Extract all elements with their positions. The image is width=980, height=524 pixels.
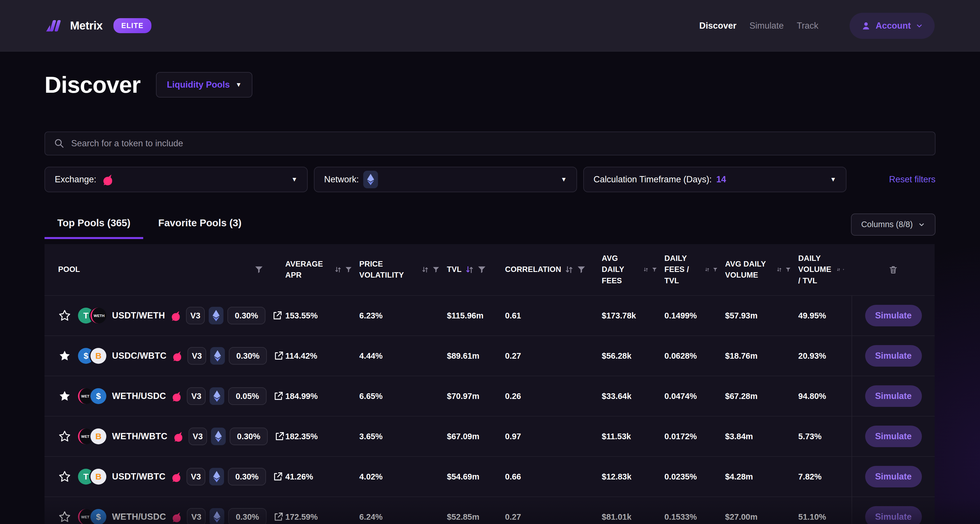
avg-daily-fees-value: $12.83k bbox=[602, 457, 664, 497]
favorite-star-icon[interactable] bbox=[58, 470, 71, 483]
table-row: $ B USDC/WBTC V3 0.30% bbox=[45, 335, 935, 376]
external-link-icon[interactable] bbox=[273, 350, 285, 362]
uniswap-icon bbox=[170, 471, 181, 482]
filter-icon[interactable] bbox=[652, 265, 657, 274]
filter-icon[interactable] bbox=[786, 265, 791, 274]
reset-filters-link[interactable]: Reset filters bbox=[889, 174, 935, 185]
simulate-button[interactable]: Simulate bbox=[865, 425, 922, 447]
filters-row: Exchange: ▼ Network: ▼ Calculation Timef… bbox=[45, 167, 935, 192]
simulate-button[interactable]: Simulate bbox=[865, 385, 922, 407]
price-volatility-value: 6.23% bbox=[359, 296, 447, 335]
average-apr-value: 182.35% bbox=[285, 417, 359, 456]
account-label: Account bbox=[876, 21, 911, 31]
fee-tier-badge: 0.05% bbox=[228, 387, 266, 405]
filter-icon[interactable] bbox=[713, 265, 718, 274]
filter-icon[interactable] bbox=[477, 265, 486, 274]
avg-daily-volume-value: $57.93m bbox=[725, 296, 798, 335]
avg-daily-volume-value: $18.76m bbox=[725, 336, 798, 376]
tab-favorite-pools[interactable]: Favorite Pools (3) bbox=[145, 210, 255, 239]
filter-icon[interactable] bbox=[345, 265, 352, 274]
pool-cell: WETH $ WETH/USDC V3 0.05% bbox=[45, 376, 285, 416]
daily-fees-tvl-value: 0.0235% bbox=[664, 457, 725, 497]
simulate-button[interactable]: Simulate bbox=[865, 466, 922, 487]
external-link-icon[interactable] bbox=[273, 511, 284, 522]
simulate-button[interactable]: Simulate bbox=[865, 305, 922, 327]
nav-discover[interactable]: Discover bbox=[699, 21, 737, 31]
avg-daily-fees-value: $33.64k bbox=[602, 376, 664, 416]
main-content: Discover Liquidity Pools ▼ Exchange: ▼ N… bbox=[0, 72, 980, 524]
timeframe-select[interactable]: Calculation Timeframe (Days): 14 ▼ bbox=[583, 167, 846, 192]
sort-icon[interactable] bbox=[837, 265, 840, 274]
filter-icon[interactable] bbox=[255, 265, 263, 274]
correlation-value: 0.66 bbox=[505, 457, 602, 497]
table-row: T WETH USDT/WETH V3 0.30% bbox=[45, 295, 935, 335]
uniswap-icon bbox=[172, 431, 183, 442]
exchange-select[interactable]: Exchange: ▼ bbox=[45, 167, 308, 192]
network-select[interactable]: Network: ▼ bbox=[314, 167, 577, 192]
action-cell: Simulate bbox=[851, 336, 935, 376]
trash-icon[interactable] bbox=[888, 265, 898, 274]
tvl-value: $70.97m bbox=[447, 376, 505, 416]
tvl-value: $89.61m bbox=[447, 336, 505, 376]
external-link-icon[interactable] bbox=[272, 471, 283, 482]
header-avg-daily-fees: AVG DAILY FEES bbox=[602, 244, 664, 295]
favorite-star-icon[interactable] bbox=[58, 309, 71, 322]
view-selector-dropdown[interactable]: Liquidity Pools ▼ bbox=[156, 72, 252, 97]
sort-icon[interactable] bbox=[776, 265, 782, 274]
sort-icon[interactable] bbox=[334, 265, 342, 274]
search-input[interactable] bbox=[71, 139, 926, 148]
ethereum-icon bbox=[210, 387, 224, 405]
daily-volume-tvl-value: 5.73% bbox=[798, 417, 851, 456]
ethereum-icon bbox=[363, 171, 378, 188]
tabs-row: Top Pools (365) Favorite Pools (3) Colum… bbox=[45, 210, 935, 239]
simulate-button[interactable]: Simulate bbox=[865, 506, 922, 524]
avg-daily-fees-value: $81.01k bbox=[602, 497, 664, 524]
nav-track[interactable]: Track bbox=[797, 21, 818, 31]
caret-down-icon: ▼ bbox=[291, 176, 298, 183]
token-pair-icons: $ B bbox=[78, 348, 107, 364]
favorite-star-icon[interactable] bbox=[58, 349, 71, 362]
tvl-value: $67.09m bbox=[447, 417, 505, 456]
account-button[interactable]: Account bbox=[850, 13, 935, 39]
daily-volume-tvl-value: 49.95% bbox=[798, 296, 851, 335]
favorite-star-icon[interactable] bbox=[58, 390, 71, 403]
table-row: WETH B WETH/WBTC V3 0.30% bbox=[45, 416, 935, 456]
token2-icon: WETH bbox=[91, 307, 107, 323]
version-badge: V3 bbox=[189, 428, 207, 445]
external-link-icon[interactable] bbox=[273, 390, 284, 402]
nav-simulate[interactable]: Simulate bbox=[749, 21, 784, 31]
tvl-value: $115.96m bbox=[447, 296, 505, 335]
columns-button[interactable]: Columns (8/8) bbox=[851, 213, 935, 236]
fee-tier-badge: 0.30% bbox=[228, 508, 266, 524]
network-label: Network: bbox=[324, 174, 359, 185]
sort-icon[interactable] bbox=[465, 265, 474, 274]
brand: Metrix ELITE bbox=[45, 18, 151, 33]
favorite-star-icon[interactable] bbox=[58, 510, 71, 524]
filter-icon[interactable] bbox=[433, 265, 439, 274]
external-link-icon[interactable] bbox=[274, 431, 285, 442]
favorite-star-icon[interactable] bbox=[58, 430, 71, 443]
filter-icon[interactable] bbox=[577, 265, 585, 274]
sort-icon[interactable] bbox=[705, 265, 710, 274]
external-link-icon[interactable] bbox=[272, 310, 283, 321]
sort-icon[interactable] bbox=[643, 265, 649, 274]
simulate-button[interactable]: Simulate bbox=[865, 345, 922, 366]
ethereum-icon bbox=[209, 468, 224, 486]
uniswap-icon bbox=[170, 390, 182, 402]
sort-icon[interactable] bbox=[422, 265, 429, 274]
tab-top-pools[interactable]: Top Pools (365) bbox=[45, 210, 143, 239]
sort-icon[interactable] bbox=[565, 265, 574, 274]
filter-icon[interactable] bbox=[843, 265, 844, 274]
token-pair-icons: WETH $ bbox=[78, 509, 107, 524]
tvl-value: $54.69m bbox=[447, 457, 505, 497]
average-apr-value: 41.26% bbox=[285, 457, 359, 497]
ethereum-icon bbox=[211, 428, 226, 445]
table-body: T WETH USDT/WETH V3 0.30% bbox=[45, 295, 935, 524]
pool-cell: WETH B WETH/WBTC V3 0.30% bbox=[45, 417, 285, 456]
pool-pair-label: WETH/USDC bbox=[112, 391, 166, 401]
timeframe-label: Calculation Timeframe (Days): bbox=[593, 174, 712, 185]
timeframe-value: 14 bbox=[716, 174, 726, 185]
token2-icon: B bbox=[91, 428, 107, 444]
daily-fees-tvl-value: 0.1533% bbox=[664, 497, 725, 524]
token-pair-icons: T B bbox=[78, 469, 107, 484]
